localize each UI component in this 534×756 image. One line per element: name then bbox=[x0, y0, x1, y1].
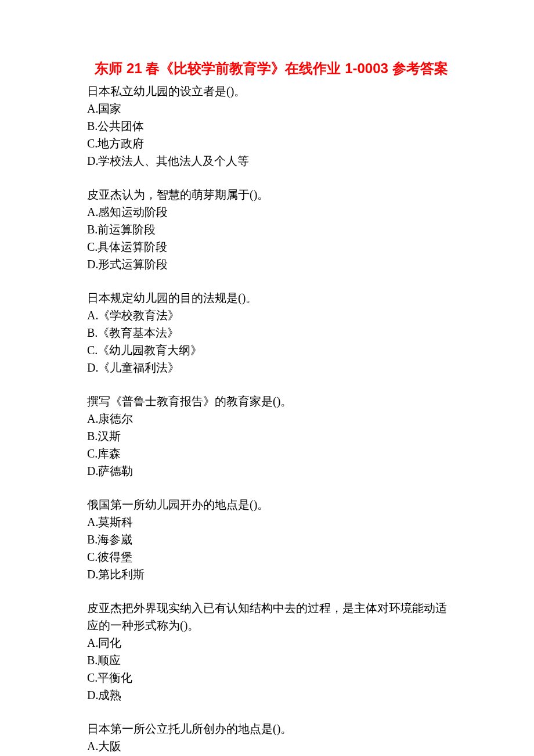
option-d: D.萨德勒 bbox=[87, 462, 456, 480]
option-a: A.感知运动阶段 bbox=[87, 203, 456, 221]
option-b: B.公共团体 bbox=[87, 117, 456, 135]
option-b: B.海参崴 bbox=[87, 531, 456, 548]
question-block: 日本规定幼儿园的目的法规是()。 A.《学校教育法》 B.《教育基本法》 C.《… bbox=[87, 289, 456, 376]
question-text: 皮亚杰把外界现实纳入已有认知结构中去的过程，是主体对环境能动适应的一种形式称为(… bbox=[87, 599, 456, 634]
question-block: 日本第一所公立托儿所创办的地点是()。 A.大阪 B.东京 C.北海道 D.新泻 bbox=[87, 720, 456, 756]
option-a: A.莫斯科 bbox=[87, 513, 456, 531]
option-c: C.地方政府 bbox=[87, 135, 456, 152]
option-a: A.大阪 bbox=[87, 737, 456, 755]
question-text: 皮亚杰认为，智慧的萌芽期属于()。 bbox=[87, 186, 456, 203]
option-b: B.《教育基本法》 bbox=[87, 324, 456, 341]
option-c: C.库森 bbox=[87, 445, 456, 462]
question-text: 日本规定幼儿园的目的法规是()。 bbox=[87, 289, 456, 307]
option-d: D.学校法人、其他法人及个人等 bbox=[87, 152, 456, 170]
question-block: 皮亚杰把外界现实纳入已有认知结构中去的过程，是主体对环境能动适应的一种形式称为(… bbox=[87, 599, 456, 704]
option-a: A.康德尔 bbox=[87, 410, 456, 427]
question-text: 俄国第一所幼儿园开办的地点是()。 bbox=[87, 496, 456, 513]
option-b: B.前运算阶段 bbox=[87, 221, 456, 238]
option-c: C.具体运算阶段 bbox=[87, 238, 456, 255]
option-d: D.第比利斯 bbox=[87, 566, 456, 583]
option-d: D.《儿童福利法》 bbox=[87, 359, 456, 376]
option-b: B.顺应 bbox=[87, 651, 456, 669]
option-d: D.成熟 bbox=[87, 686, 456, 704]
option-d: D.形式运算阶段 bbox=[87, 255, 456, 273]
question-block: 俄国第一所幼儿园开办的地点是()。 A.莫斯科 B.海参崴 C.彼得堡 D.第比… bbox=[87, 496, 456, 583]
option-b: B.汉斯 bbox=[87, 427, 456, 445]
question-block: 撰写《普鲁士教育报告》的教育家是()。 A.康德尔 B.汉斯 C.库森 D.萨德… bbox=[87, 393, 456, 480]
option-c: C.彼得堡 bbox=[87, 548, 456, 566]
option-a: A.国家 bbox=[87, 100, 456, 117]
option-c: C.平衡化 bbox=[87, 669, 456, 686]
question-text: 日本第一所公立托儿所创办的地点是()。 bbox=[87, 720, 456, 737]
option-c: C.《幼儿园教育大纲》 bbox=[87, 341, 456, 359]
option-a: A.同化 bbox=[87, 634, 456, 651]
question-text: 撰写《普鲁士教育报告》的教育家是()。 bbox=[87, 393, 456, 410]
question-text: 日本私立幼儿园的设立者是()。 bbox=[87, 82, 456, 100]
question-block: 日本私立幼儿园的设立者是()。 A.国家 B.公共团体 C.地方政府 D.学校法… bbox=[87, 82, 456, 170]
document-title: 东师 21 春《比较学前教育学》在线作业 1-0003 参考答案 bbox=[87, 58, 456, 79]
question-block: 皮亚杰认为，智慧的萌芽期属于()。 A.感知运动阶段 B.前运算阶段 C.具体运… bbox=[87, 186, 456, 273]
option-a: A.《学校教育法》 bbox=[87, 307, 456, 324]
